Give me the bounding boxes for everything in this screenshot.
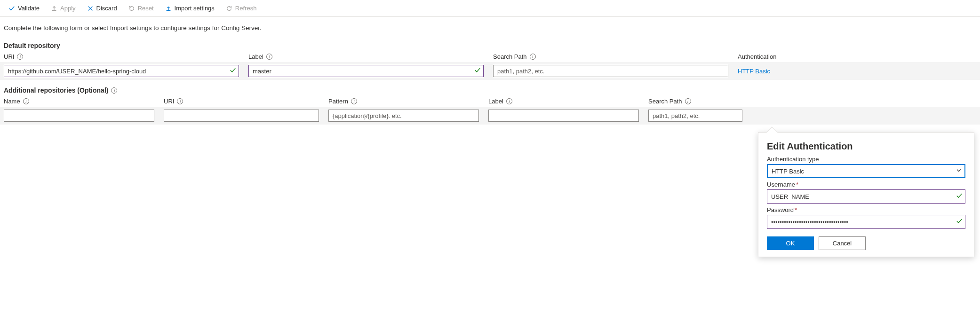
toolbar: Validate Apply Discard Reset Import sett…: [0, 0, 980, 17]
add-label-input[interactable]: [488, 110, 639, 122]
label-input[interactable]: [248, 65, 484, 77]
discard-label: Discard: [96, 5, 117, 12]
discard-button[interactable]: Discard: [82, 2, 122, 15]
refresh-icon: [226, 5, 232, 12]
default-repo-headers: URI i Label i Search Path i Authenticati…: [0, 51, 980, 62]
info-icon[interactable]: i: [177, 98, 183, 104]
additional-repos-title: Additional repositories (Optional) i: [0, 80, 980, 96]
info-icon[interactable]: i: [351, 98, 357, 104]
auth-link[interactable]: HTTP Basic: [738, 68, 770, 75]
additional-title-text: Additional repositories (Optional): [4, 86, 108, 94]
header-label: Label: [248, 53, 263, 60]
apply-button[interactable]: Apply: [46, 2, 80, 15]
add-uri-input[interactable]: [164, 110, 319, 122]
reset-icon: [128, 5, 135, 12]
additional-repo-row: [0, 107, 980, 125]
import-label: Import settings: [175, 5, 215, 12]
upload-icon: [51, 5, 57, 12]
header-auth: Authentication: [738, 53, 776, 60]
default-repo-title: Default repository: [0, 35, 980, 51]
validate-button[interactable]: Validate: [4, 2, 44, 15]
apply-label: Apply: [60, 5, 76, 12]
header-search: Search Path: [493, 53, 527, 60]
header-label: Label: [488, 98, 503, 105]
close-icon: [87, 5, 94, 12]
header-uri: URI: [164, 98, 174, 105]
uri-input[interactable]: [4, 65, 239, 77]
add-name-input[interactable]: [4, 110, 154, 122]
import-settings-button[interactable]: Import settings: [160, 2, 219, 15]
check-icon: [8, 5, 15, 12]
reset-button[interactable]: Reset: [124, 2, 159, 15]
header-search: Search Path: [648, 98, 682, 105]
info-icon[interactable]: i: [266, 54, 272, 60]
refresh-label: Refresh: [235, 5, 257, 12]
header-pattern: Pattern: [328, 98, 348, 105]
header-name: Name: [4, 98, 20, 105]
header-uri: URI: [4, 53, 14, 60]
add-search-input[interactable]: [648, 110, 742, 122]
reset-label: Reset: [138, 5, 154, 12]
info-icon[interactable]: i: [685, 98, 691, 104]
intro-text: Complete the following form or select Im…: [0, 17, 980, 35]
import-icon: [165, 5, 172, 12]
info-icon[interactable]: i: [17, 54, 23, 60]
validate-label: Validate: [18, 5, 40, 12]
add-pattern-input[interactable]: [328, 110, 479, 122]
info-icon[interactable]: i: [23, 98, 29, 104]
info-icon[interactable]: i: [506, 98, 512, 104]
default-repo-row: HTTP Basic: [0, 62, 980, 80]
search-path-input[interactable]: [493, 65, 728, 77]
refresh-button[interactable]: Refresh: [221, 2, 262, 15]
info-icon[interactable]: i: [530, 54, 536, 60]
info-icon[interactable]: i: [111, 87, 117, 94]
additional-headers: Name i URI i Pattern i Label i Search Pa…: [0, 96, 980, 107]
